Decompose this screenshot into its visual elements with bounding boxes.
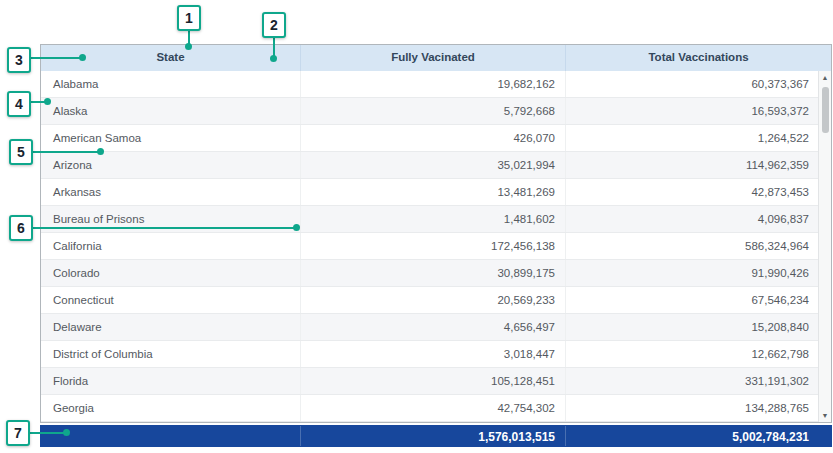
table-row[interactable]: Colorado 30,899,175 91,990,426: [41, 260, 831, 287]
table-grid: State Fully Vacinated Total Vaccinations…: [40, 44, 832, 423]
state-cell: District of Columbia: [41, 341, 301, 367]
fully-vaccinated-cell: 3,018,447: [301, 341, 566, 367]
table-row[interactable]: Arkansas 13,481,269 42,873,453: [41, 179, 831, 206]
fully-vaccinated-cell: 172,456,138: [301, 233, 566, 259]
table-row[interactable]: District of Columbia 3,018,447 12,662,79…: [41, 341, 831, 368]
fully-vaccinated-cell: 42,754,302: [301, 395, 566, 421]
callout-6: 6: [9, 215, 33, 241]
fully-vaccinated-cell: 4,656,497: [301, 314, 566, 340]
state-cell: Arizona: [41, 152, 301, 178]
state-cell: California: [41, 233, 301, 259]
state-cell: Colorado: [41, 260, 301, 286]
state-cell: American Samoa: [41, 125, 301, 151]
callout-5: 5: [9, 139, 33, 165]
column-header-total-vaccinations[interactable]: Total Vaccinations: [566, 45, 831, 71]
fully-vaccinated-cell: 13,481,269: [301, 179, 566, 205]
table-header-row: State Fully Vacinated Total Vaccinations: [41, 45, 831, 71]
callout-1: 1: [177, 5, 201, 31]
data-table: State Fully Vacinated Total Vaccinations…: [40, 44, 832, 447]
callout-5-dot: [97, 148, 104, 155]
table-row[interactable]: Florida 105,128,451 331,191,302: [41, 368, 831, 395]
total-vaccinations-cell: 16,593,372: [566, 98, 831, 124]
total-vaccinations-cell: 4,096,837: [566, 206, 831, 232]
state-cell: Delaware: [41, 314, 301, 340]
callout-6-number: 6: [17, 220, 25, 236]
callout-2-number: 2: [270, 17, 278, 33]
scrollbar-thumb[interactable]: [822, 87, 829, 133]
callout-4-number: 4: [15, 96, 23, 112]
fully-vaccinated-cell: 19,682,162: [301, 71, 566, 97]
totals-state-cell: [41, 426, 301, 446]
callout-7-number: 7: [14, 425, 22, 441]
table-body: Alabama 19,682,162 60,373,367 Alaska 5,7…: [41, 71, 831, 422]
total-vaccinations-cell: 331,191,302: [566, 368, 831, 394]
total-vaccinations-cell: 114,962,359: [566, 152, 831, 178]
state-cell: Alabama: [41, 71, 301, 97]
callout-5-line: [33, 151, 99, 153]
fully-vaccinated-cell: 20,569,233: [301, 287, 566, 313]
callout-1-number: 1: [185, 10, 193, 26]
callout-1-dot: [185, 43, 192, 50]
callout-5-number: 5: [17, 144, 25, 160]
fully-vaccinated-cell: 426,070: [301, 125, 566, 151]
fully-vaccinated-cell: 105,128,451: [301, 368, 566, 394]
totals-total-vaccinations-cell: 5,002,784,231: [566, 426, 831, 446]
table-row[interactable]: Alaska 5,792,668 16,593,372: [41, 98, 831, 125]
table-row[interactable]: California 172,456,138 586,324,964: [41, 233, 831, 260]
state-cell: Alaska: [41, 98, 301, 124]
total-vaccinations-cell: 91,990,426: [566, 260, 831, 286]
table-row[interactable]: American Samoa 426,070 1,264,522: [41, 125, 831, 152]
total-vaccinations-cell: 12,662,798: [566, 341, 831, 367]
screenshot-page: State Fully Vacinated Total Vaccinations…: [0, 0, 833, 453]
fully-vaccinated-cell: 30,899,175: [301, 260, 566, 286]
callout-4-dot: [44, 98, 51, 105]
callout-6-dot: [293, 224, 300, 231]
callout-3-dot: [79, 54, 86, 61]
total-vaccinations-cell: 586,324,964: [566, 233, 831, 259]
callout-7-line: [30, 432, 65, 434]
callout-2-dot: [270, 55, 277, 62]
table-row[interactable]: Georgia 42,754,302 134,288,765: [41, 395, 831, 422]
state-cell: Arkansas: [41, 179, 301, 205]
totals-fully-vaccinated-cell: 1,576,013,515: [301, 426, 566, 446]
scroll-down-icon[interactable]: ▼: [819, 409, 831, 422]
column-header-fully-vaccinated[interactable]: Fully Vacinated: [301, 45, 566, 71]
table-row[interactable]: Arizona 35,021,994 114,962,359: [41, 152, 831, 179]
callout-2: 2: [262, 12, 286, 38]
total-vaccinations-cell: 1,264,522: [566, 125, 831, 151]
state-cell: Georgia: [41, 395, 301, 421]
total-vaccinations-cell: 60,373,367: [566, 71, 831, 97]
total-vaccinations-cell: 67,546,234: [566, 287, 831, 313]
scroll-up-icon[interactable]: ▲: [819, 71, 831, 84]
callout-6-line: [33, 227, 295, 229]
fully-vaccinated-cell: 35,021,994: [301, 152, 566, 178]
state-cell: Connecticut: [41, 287, 301, 313]
totals-row: 1,576,013,515 5,002,784,231: [40, 425, 832, 447]
fully-vaccinated-cell: 5,792,668: [301, 98, 566, 124]
callout-3-number: 3: [15, 52, 23, 68]
fully-vaccinated-cell: 1,481,602: [301, 206, 566, 232]
total-vaccinations-cell: 42,873,453: [566, 179, 831, 205]
table-row[interactable]: Delaware 4,656,497 15,208,840: [41, 314, 831, 341]
callout-7-dot: [63, 429, 70, 436]
callout-7: 7: [6, 420, 30, 446]
total-vaccinations-cell: 134,288,765: [566, 395, 831, 421]
state-cell: Florida: [41, 368, 301, 394]
table-row[interactable]: Alabama 19,682,162 60,373,367: [41, 71, 831, 98]
callout-4: 4: [7, 91, 31, 117]
total-vaccinations-cell: 15,208,840: [566, 314, 831, 340]
table-row[interactable]: Connecticut 20,569,233 67,546,234: [41, 287, 831, 314]
vertical-scrollbar[interactable]: ▲ ▼: [818, 71, 831, 422]
callout-3-line: [31, 57, 81, 59]
callout-3: 3: [7, 47, 31, 73]
